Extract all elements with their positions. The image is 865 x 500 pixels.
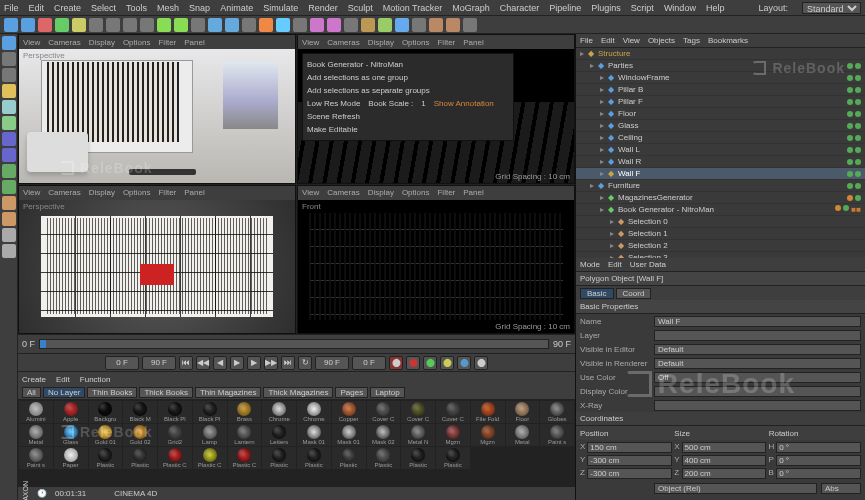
timeline[interactable]: 0 F 90 F	[18, 334, 575, 354]
attr-menu-mode[interactable]: Mode	[580, 260, 600, 269]
tree-item[interactable]: ▸◆Floor	[576, 108, 865, 120]
vmenu-filter[interactable]: Filter	[158, 188, 176, 197]
menu-file[interactable]: File	[4, 3, 19, 13]
next-frame-button[interactable]: ▶	[247, 356, 261, 370]
toolbar-icon-0[interactable]	[4, 18, 18, 32]
tree-item[interactable]: ▸◆Wall L	[576, 144, 865, 156]
vmenu-display[interactable]: Display	[89, 188, 115, 197]
material-item[interactable]: Floor	[506, 401, 540, 423]
tree-item[interactable]: ▸◆Book Generator - NitroMan■■	[576, 204, 865, 216]
toolbar-icon-22[interactable]	[378, 18, 392, 32]
toolbar-icon-23[interactable]	[395, 18, 409, 32]
overlay-show-annotation[interactable]: Show Annotation	[434, 97, 494, 110]
visibility-dot[interactable]	[843, 205, 849, 211]
visibility-dot[interactable]	[847, 135, 853, 141]
tree-item[interactable]: ▸◆Ceiling	[576, 132, 865, 144]
material-item[interactable]: File Fold	[471, 401, 505, 423]
tree-item[interactable]: ▸◆MagazinesGenerator	[576, 192, 865, 204]
attr-value[interactable]: Off	[654, 372, 861, 383]
tool-7[interactable]	[2, 148, 16, 162]
toolbar-icon-16[interactable]	[276, 18, 290, 32]
visibility-dot[interactable]	[855, 171, 861, 177]
key-pla-button[interactable]: ⬤	[474, 356, 488, 370]
coord-mode-b[interactable]: Abs	[821, 483, 861, 494]
viewport-bl[interactable]: ViewCamerasDisplayOptionsFilterPanel Per…	[18, 185, 296, 335]
visibility-dot[interactable]	[847, 111, 853, 117]
expand-icon[interactable]: ▸	[590, 61, 594, 70]
attr-value[interactable]	[654, 330, 861, 341]
vmenu-options[interactable]: Options	[402, 188, 430, 197]
tree-item[interactable]: ▸◆Wall R	[576, 156, 865, 168]
goto-start-button[interactable]: ⏮	[179, 356, 193, 370]
toolbar-icon-6[interactable]	[106, 18, 120, 32]
visibility-dot[interactable]	[847, 183, 853, 189]
material-item[interactable]: Black Pl	[158, 401, 192, 423]
menu-edit[interactable]: Edit	[29, 3, 45, 13]
tree-item[interactable]: ▸◆Pillar B	[576, 84, 865, 96]
vmenu-filter[interactable]: Filter	[437, 38, 455, 47]
expand-icon[interactable]: ▸	[600, 169, 604, 178]
material-item[interactable]: Mgzn	[471, 424, 505, 446]
key-scale-button[interactable]: ⬤	[440, 356, 454, 370]
vmenu-display[interactable]: Display	[368, 38, 394, 47]
tree-item[interactable]: ▸◆WindowFrame	[576, 72, 865, 84]
material-item[interactable]: Plastic	[89, 447, 123, 469]
obj-menu-view[interactable]: View	[623, 36, 640, 45]
menu-help[interactable]: Help	[706, 3, 725, 13]
obj-menu-bookmarks[interactable]: Bookmarks	[708, 36, 748, 45]
material-item[interactable]: Cover C	[367, 401, 401, 423]
expand-icon[interactable]: ▸	[580, 49, 584, 58]
toolbar-icon-14[interactable]	[242, 18, 256, 32]
obj-menu-objects[interactable]: Objects	[648, 36, 675, 45]
visibility-dot[interactable]	[855, 135, 861, 141]
vmenu-options[interactable]: Options	[402, 38, 430, 47]
frame-field[interactable]: 90 F	[142, 356, 176, 370]
tree-item[interactable]: ▸◆Glass	[576, 120, 865, 132]
material-item[interactable]: Plastic C	[158, 447, 192, 469]
viewport-br[interactable]: ViewCamerasDisplayOptionsFilterPanel Fro…	[297, 185, 575, 335]
vmenu-filter[interactable]: Filter	[158, 38, 176, 47]
category-thin-books[interactable]: Thin Books	[87, 387, 137, 398]
menu-character[interactable]: Character	[500, 3, 540, 13]
overlay-line[interactable]: Add selections as separate groups	[307, 84, 509, 97]
menu-create[interactable]: Create	[54, 3, 81, 13]
tool-1[interactable]	[2, 52, 16, 66]
expand-icon[interactable]: ▸	[600, 85, 604, 94]
toolbar-icon-24[interactable]	[412, 18, 426, 32]
visibility-dot[interactable]	[835, 205, 841, 211]
overlay-lowres[interactable]: Low Res Mode	[307, 97, 360, 110]
tree-item[interactable]: ▸◆Furniture	[576, 180, 865, 192]
category-thick-magazines[interactable]: Thick Magazines	[263, 387, 333, 398]
visibility-dot[interactable]	[847, 63, 853, 69]
viewport-canvas[interactable]: Perspective	[19, 49, 295, 183]
expand-icon[interactable]: ▸	[600, 121, 604, 130]
overlay-line[interactable]: Add selections as one group	[307, 71, 509, 84]
coord-mode-a[interactable]: Object (Rel)	[654, 483, 817, 494]
visibility-dot[interactable]	[847, 75, 853, 81]
material-item[interactable]: Plastic	[297, 447, 331, 469]
material-item[interactable]: Plastic C	[228, 447, 262, 469]
object-tree[interactable]: ▸◆Structure▸◆Parties▸◆WindowFrame▸◆Pilla…	[576, 48, 865, 258]
expand-icon[interactable]: ▸	[600, 133, 604, 142]
size-x[interactable]: 500 cm	[682, 442, 767, 453]
vmenu-cameras[interactable]: Cameras	[48, 38, 80, 47]
material-item[interactable]: Paper	[54, 447, 88, 469]
tree-item[interactable]: ▸◆Parties	[576, 60, 865, 72]
category-thin-magazines[interactable]: Thin Magazines	[195, 387, 261, 398]
menu-motion-tracker[interactable]: Motion Tracker	[383, 3, 443, 13]
visibility-dot[interactable]	[847, 171, 853, 177]
material-item[interactable]: Plastic	[332, 447, 366, 469]
tool-9[interactable]	[2, 180, 16, 194]
tree-item[interactable]: ▸◆Selection 1	[576, 228, 865, 240]
expand-icon[interactable]: ▸	[600, 193, 604, 202]
timeline-track[interactable]	[39, 339, 549, 349]
material-item[interactable]: Letters	[262, 424, 296, 446]
toolbar-icon-7[interactable]	[123, 18, 137, 32]
visibility-dot[interactable]	[855, 87, 861, 93]
key-pos-button[interactable]: ⬤	[423, 356, 437, 370]
material-item[interactable]: Chrome	[262, 401, 296, 423]
visibility-dot[interactable]	[847, 147, 853, 153]
toolbar-icon-25[interactable]	[429, 18, 443, 32]
toolbar-icon-3[interactable]	[55, 18, 69, 32]
tag-icon[interactable]: ■■	[851, 205, 861, 214]
